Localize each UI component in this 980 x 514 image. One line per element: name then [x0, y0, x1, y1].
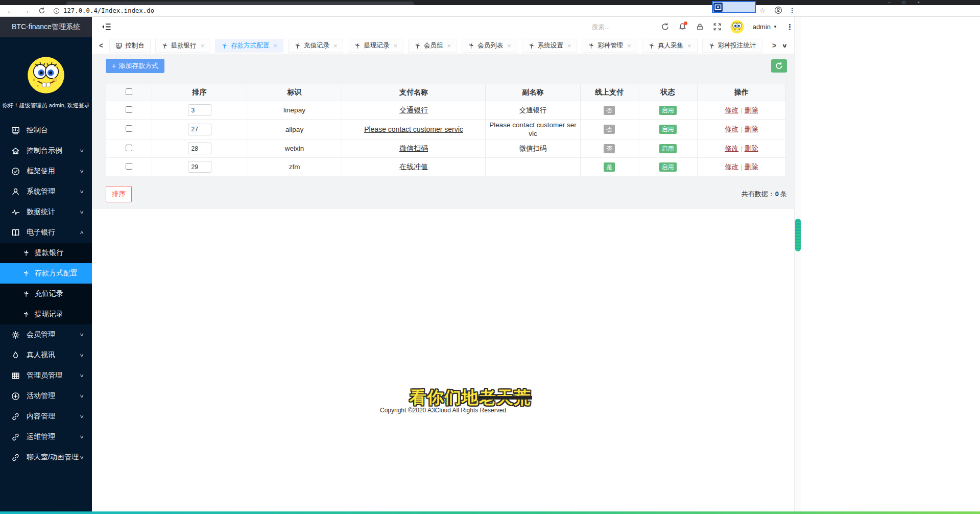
site-info-icon[interactable] — [53, 8, 60, 14]
refresh-icon[interactable] — [661, 22, 670, 31]
row-checkbox[interactable] — [126, 106, 132, 113]
collapse-sidebar-icon[interactable] — [101, 23, 111, 31]
row-checkbox[interactable] — [126, 163, 132, 170]
delete-link[interactable]: 删除 — [745, 106, 758, 114]
sidebar-menu-item[interactable]: 控制台示例 ∨ — [0, 141, 92, 161]
sidebar-menu-item[interactable]: 真人视讯 ∨ — [0, 345, 92, 365]
screen-capture-extension[interactable] — [712, 1, 756, 13]
browser-menu-icon[interactable]: ⋮ — [789, 7, 796, 14]
tree-icon — [22, 270, 30, 277]
tab[interactable]: 会员组 × — [408, 39, 457, 53]
tab-close-icon[interactable]: × — [273, 42, 277, 50]
tab[interactable]: 控制台 — [109, 39, 151, 53]
sidebar-avatar[interactable] — [27, 56, 65, 94]
edit-link[interactable]: 修改 — [725, 145, 738, 152]
sidebar-menu-item[interactable]: 控制台 — [0, 120, 92, 141]
tab-close-icon[interactable]: × — [447, 42, 451, 50]
tab[interactable]: 真人采集 × — [642, 39, 698, 53]
tab[interactable]: 提款银行 × — [155, 39, 211, 53]
sidebar-submenu-item[interactable]: 提现记录 — [0, 304, 92, 324]
close-button[interactable]: × — [917, 0, 920, 5]
tree-icon — [468, 42, 474, 49]
tab-close-icon[interactable]: × — [393, 42, 397, 50]
browser-tab[interactable] — [66, 2, 414, 5]
forward-icon[interactable]: → — [22, 7, 30, 15]
address-bar[interactable]: 127.0.0.4/Index.index.do — [63, 7, 154, 14]
tab-close-icon[interactable]: × — [567, 42, 571, 50]
lock-icon[interactable] — [696, 22, 704, 31]
sort-input[interactable] — [188, 104, 211, 116]
browser-profile-icon[interactable] — [774, 6, 782, 14]
user-avatar[interactable] — [730, 20, 744, 34]
tabs-menu-icon[interactable]: ∨ — [777, 42, 792, 49]
tab[interactable]: 彩种投注统计 — [702, 39, 762, 53]
refresh-table-button[interactable] — [771, 59, 787, 73]
pay-name-cell: 微信扫码 — [342, 139, 486, 158]
edit-link[interactable]: 修改 — [725, 125, 738, 133]
actions-cell: 修改|删除 — [698, 158, 786, 176]
tab[interactable]: 存款方式配置 × — [215, 39, 283, 53]
user-menu[interactable]: admin▼ — [753, 23, 777, 31]
search-input[interactable] — [592, 24, 652, 31]
tab-close-icon[interactable]: × — [201, 42, 205, 50]
sidebar-menu-item[interactable]: 电子银行 ∧ — [0, 222, 92, 243]
tab[interactable]: 提现记录 × — [348, 39, 403, 53]
add-deposit-method-button[interactable]: +添加存款方式 — [106, 59, 164, 73]
online-cell: 否 — [581, 120, 638, 139]
status-cell: 启用 — [638, 158, 698, 176]
edit-link[interactable]: 修改 — [725, 106, 738, 114]
sidebar-submenu-item[interactable]: 充值记录 — [0, 284, 92, 304]
tab-close-icon[interactable]: × — [687, 42, 691, 50]
tab[interactable]: 充值记录 × — [288, 39, 344, 53]
delete-link[interactable]: 删除 — [745, 163, 758, 171]
reload-icon[interactable] — [38, 7, 45, 14]
sidebar-menu-item[interactable]: 管理员管理 ∨ — [0, 365, 92, 386]
sidebar-submenu-item[interactable]: 提款银行 — [0, 243, 92, 263]
delete-link[interactable]: 删除 — [745, 145, 758, 152]
pay-name-link[interactable]: 在线冲值 — [399, 162, 428, 171]
back-icon[interactable]: ← — [7, 7, 14, 15]
tab[interactable]: 会员列表 × — [462, 39, 517, 53]
tab-close-icon[interactable]: × — [627, 42, 631, 50]
tab-close-icon[interactable]: × — [333, 42, 338, 50]
delete-link[interactable]: 删除 — [745, 125, 758, 133]
pay-name-link[interactable]: Please contact customer servic — [364, 125, 463, 133]
more-options-icon[interactable]: ⋮ — [786, 22, 794, 32]
submenu-item-label: 提现记录 — [35, 310, 63, 319]
sort-input[interactable] — [188, 161, 211, 173]
sidebar-menu-item[interactable]: 活动管理 ∨ — [0, 386, 92, 406]
sidebar-menu-item[interactable]: 聊天室/动画管理 ∨ — [0, 447, 92, 468]
fullscreen-icon[interactable] — [713, 22, 722, 31]
sidebar-menu-item[interactable]: 运维管理 ∨ — [0, 427, 92, 447]
tabs-scroll-left-icon[interactable]: < — [96, 41, 106, 50]
sidebar-menu-item[interactable]: 数据统计 ∨ — [0, 202, 92, 222]
sort-input[interactable] — [188, 143, 211, 154]
bookmark-star-icon[interactable]: ☆ — [759, 7, 766, 14]
scrollbar[interactable] — [794, 17, 801, 511]
row-checkbox[interactable] — [126, 125, 132, 132]
tab[interactable]: 系统设置 × — [522, 39, 578, 53]
sidebar-submenu-item[interactable]: 存款方式配置 — [0, 263, 92, 284]
chevron-down-icon: ∨ — [80, 373, 85, 378]
pay-name-link[interactable]: 交通银行 — [399, 106, 428, 114]
tab-label: 彩种投注统计 — [718, 41, 756, 50]
row-checkbox[interactable] — [126, 145, 132, 151]
maximize-button[interactable]: □ — [902, 0, 905, 5]
tab[interactable]: 彩种管理 × — [582, 39, 637, 53]
sort-input[interactable] — [188, 124, 211, 135]
select-all-checkbox[interactable] — [126, 88, 132, 95]
sidebar-menu-item[interactable]: 系统管理 ∨ — [0, 181, 92, 202]
pay-name-link[interactable]: 微信扫码 — [399, 144, 428, 152]
app-logo[interactable]: BTC-finance管理系统 — [0, 17, 92, 37]
sidebar-menu-item[interactable]: 内容管理 ∨ — [0, 406, 92, 427]
code-cell: weixin — [247, 139, 342, 158]
sidebar-menu-item[interactable]: 框架使用 ∨ — [0, 161, 92, 181]
sidebar-menu-item[interactable]: 会员管理 ∨ — [0, 324, 92, 345]
chevron-down-icon: ∨ — [80, 393, 85, 399]
sort-button[interactable]: 排序 — [106, 186, 132, 202]
notifications-bell-icon[interactable] — [678, 22, 687, 31]
edit-link[interactable]: 修改 — [725, 163, 738, 171]
minimize-button[interactable]: – — [888, 0, 890, 5]
scrollbar-thumb[interactable] — [795, 219, 801, 251]
tab-close-icon[interactable]: × — [507, 42, 511, 50]
